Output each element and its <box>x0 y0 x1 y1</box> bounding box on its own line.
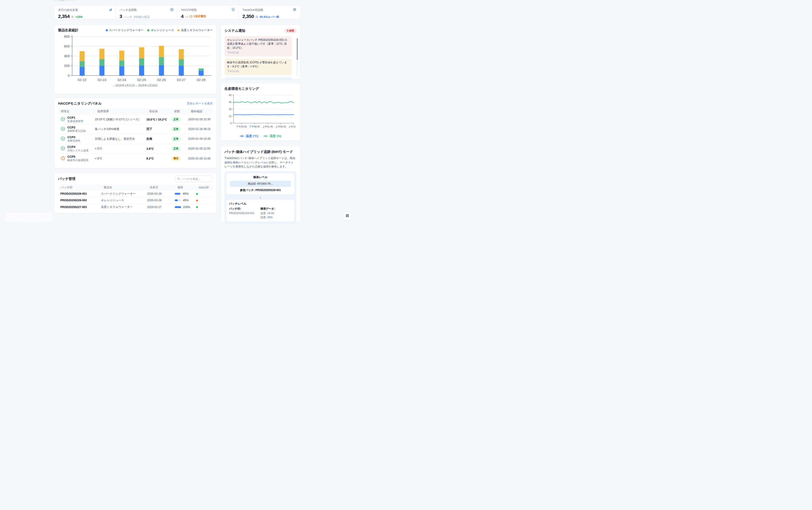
progress-cell: 45% <box>175 199 196 202</box>
made-with-claude-badge[interactable]: Made with Claude <box>4 213 52 222</box>
status-badge: 正常 <box>171 137 181 141</box>
svg-text:02-22: 02-22 <box>78 78 86 82</box>
legend-item-temperature[interactable]: 温度 (°C) <box>239 134 258 138</box>
haccp-row-ccp2: CCP2原材料受入記録 各バッチ100%検査 完了 正常 2025-02-28 … <box>58 124 213 134</box>
stat-note: 345個の商品 <box>134 15 150 19</box>
batch-row: PROD20250228-002 オレンジジュース 2025-02-28 45% <box>58 197 213 204</box>
biht-diagram: 個体レベル 商品ID: KF2W3-TK... 参照バッチ: PROD20250… <box>225 171 296 223</box>
notification-time: 下午02:05 <box>227 51 289 55</box>
individual-level-card: 個体レベル 商品ID: KF2W3-TK... 参照バッチ: PROD20250… <box>227 173 294 194</box>
svg-text:400: 400 <box>64 54 70 58</box>
haccp-status-dot <box>196 206 198 208</box>
svg-text:02-24: 02-24 <box>117 78 126 82</box>
dashboard: 本日の総生産量 2,354 本 +10% バッチ追跡数 <box>0 0 355 223</box>
stat-haccp-status: HACCP状態 4 / 5 1項目警告 <box>177 6 239 19</box>
environment-line-chart: 015304560下午03:45下午08:45上午01:45上午06:45上午1… <box>225 93 296 132</box>
collapse-button[interactable] <box>343 212 351 220</box>
svg-text:600: 600 <box>64 44 70 48</box>
svg-text:上午06:45: 上午06:45 <box>275 125 286 128</box>
stat-value: 2,354 <box>58 13 70 19</box>
search-input[interactable] <box>175 176 213 182</box>
stat-unit: / 5 <box>185 16 188 19</box>
environment-monitoring-panel: 生産環境モニタリング 015304560下午03:45下午08:45上午01:4… <box>221 84 300 141</box>
scrollbar-thumb[interactable] <box>297 38 298 60</box>
svg-text:上午01:45: 上午01:45 <box>262 125 273 128</box>
notification-item[interactable]: オレンジジュースバッチ PROD20250228-002 の温度が基準値より若干… <box>225 36 292 57</box>
alert-circle-icon <box>61 156 65 161</box>
stat-warning: 1項目警告 <box>190 14 206 19</box>
haccp-status-dot <box>196 200 198 202</box>
progress-cell: 85% <box>175 192 196 195</box>
stat-delta: +10% <box>75 16 83 19</box>
biht-panel: バッチ-個体ハイブリッド追跡 (BIHT) モード TrackOneのバッチ-個… <box>221 146 300 223</box>
legend-dot <box>177 29 179 31</box>
svg-text:02-27: 02-27 <box>177 78 186 82</box>
svg-text:30: 30 <box>229 108 231 111</box>
progress-bar <box>175 206 181 208</box>
batch-management-panel: バッチ管理 バッチID 製品名 生産日 進捗 HACCP <box>55 173 216 213</box>
qr-code-icon <box>293 8 296 12</box>
legend-item-humidity[interactable]: 湿度 (%) <box>263 134 282 138</box>
notification-item[interactable]: バッチ PROD20250227-003 の生産が完了し、品質検査に合格しました… <box>225 77 292 80</box>
package-icon <box>170 8 174 12</box>
svg-text:上午11:45: 上午11:45 <box>288 125 296 128</box>
collapse-arrows-icon <box>345 213 349 219</box>
progress-cell: 100% <box>175 206 196 209</box>
full-report-link[interactable]: 完全レポートを表示 <box>187 102 213 106</box>
panel-title: バッチ管理 <box>58 177 75 181</box>
progress-bar <box>175 193 181 194</box>
notification-time: 下午01:50 <box>227 70 289 73</box>
svg-text:200: 200 <box>64 64 70 68</box>
alert-circle-icon <box>190 15 193 18</box>
haccp-row-ccp3: CCP3包装完全性 目視による損傷なし、密封完全 合格 正常 2025-02-2… <box>58 134 213 144</box>
haccp-panel: HACCPモニタリングパネル 完全レポートを表示 管理点 臨界限界 現在値 状態… <box>55 98 216 168</box>
check-circle-icon <box>61 136 65 141</box>
batch-table-header: バッチID 製品名 生産日 進捗 HACCP <box>58 184 213 190</box>
stat-label: 本日の総生産量 <box>58 8 78 12</box>
progress-bar <box>175 200 181 201</box>
stat-value: 3 <box>120 13 122 19</box>
notification-item[interactable]: 輸送中の温度監視 (CCP5) が警告値を超えています：8.2°C（基準：< 8… <box>225 59 292 75</box>
stat-label: TrackOne登録数 <box>242 8 263 12</box>
stat-coverage: 99.8%カバー率 <box>260 15 279 19</box>
haccp-table-header: 管理点 臨界限界 現在値 状態 最終確認 <box>58 109 213 115</box>
svg-text:0: 0 <box>230 122 231 125</box>
notification-list: オレンジジュースバッチ PROD20250228-002 の温度が基準値より若干… <box>225 36 292 80</box>
legend-item-orange-juice[interactable]: オレンジジュース <box>147 28 174 32</box>
unread-badge: 3 未読 <box>284 28 296 33</box>
legend-item-sparkling-water[interactable]: スパークリングウォーター <box>106 28 144 32</box>
production-chart-panel: 製品生産統計 スパークリングウォーター オレンジジュース <box>55 25 216 94</box>
product-id-pill: 商品ID: KF2W3-TK... <box>230 181 291 187</box>
stat-unit: 本 <box>71 15 74 19</box>
svg-text:45: 45 <box>229 101 231 103</box>
chart-legend: スパークリングウォーター オレンジジュース 高原ミネラルウォーター <box>106 28 213 32</box>
svg-text:下午03:45: 下午03:45 <box>236 125 247 128</box>
batch-row: PROD20250227-003 高原ミネラルウォーター 2025-02-27 … <box>58 204 213 210</box>
scrolled-off-element <box>53 0 75 1</box>
bar-chart-icon <box>109 8 112 12</box>
panel-title: 製品生産統計 <box>58 28 79 32</box>
panel-title: システム通知 <box>225 29 245 33</box>
panel-title: HACCPモニタリングパネル <box>58 101 102 106</box>
status-badge: 警告 <box>171 156 181 161</box>
batch-row: PROD20250228-001 スパークリングウォーター 2025-02-28… <box>58 190 213 197</box>
batch-search <box>175 176 213 182</box>
haccp-status-dot <box>196 193 198 195</box>
svg-text:0: 0 <box>68 73 70 78</box>
stat-label: バッチ追跡数 <box>120 8 137 12</box>
chart-caption: – 2025年1月21日 – 2025年1月28日 <box>58 84 213 88</box>
stacked-bar-chart: 020040060080002-2202-2302-2402-2502-2602… <box>58 34 213 83</box>
biht-description: TrackOneのバッチ-個体ハイブリッド追跡モードは、商品追跡を個体レベルとバ… <box>225 156 296 169</box>
stat-batch-count: バッチ追跡数 3 バッチ 345個の商品 <box>116 6 177 19</box>
status-badge: 正常 <box>171 146 181 151</box>
status-badge: 正常 <box>171 117 181 122</box>
stat-total-production: 本日の総生産量 2,354 本 +10% <box>55 6 116 19</box>
svg-text:800: 800 <box>64 34 70 38</box>
batch-level-card: バッチレベル バッチID: PROD20250228-001 環境データ: 温度… <box>227 200 294 221</box>
stat-value: 4 <box>181 13 183 19</box>
legend-item-mineral-water[interactable]: 高原ミネラルウォーター <box>177 28 213 32</box>
status-badge: 正常 <box>171 127 181 131</box>
stat-unit: バッチ <box>123 15 132 19</box>
check-circle-icon <box>61 117 65 122</box>
legend-dot <box>147 29 149 31</box>
